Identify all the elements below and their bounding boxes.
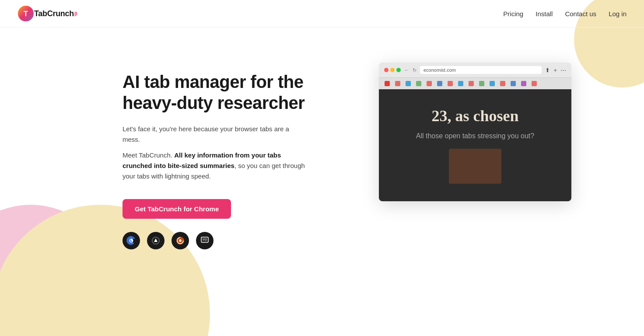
url-bar[interactable]: economist.com	[420, 66, 542, 74]
logo[interactable]: T TabCrunchβ	[18, 5, 77, 22]
menu-icon: ⋯	[560, 67, 566, 74]
maximize-dot	[396, 68, 401, 72]
logo-text: TabCrunch	[34, 9, 74, 18]
share-icon: ⬆	[545, 67, 550, 74]
navbar: T TabCrunchβ Pricing Install Contact us …	[0, 0, 644, 28]
svg-rect-10	[203, 240, 204, 241]
tab-10[interactable]	[477, 80, 486, 88]
nav-link-login[interactable]: Log in	[609, 10, 626, 18]
browser-icons	[122, 232, 306, 249]
tab-2[interactable]	[393, 80, 402, 88]
tab-13[interactable]	[508, 80, 518, 88]
nav-refresh-icon: ↻	[413, 67, 416, 73]
nav-link-pricing[interactable]: Pricing	[503, 10, 523, 18]
tab-15[interactable]	[529, 80, 539, 88]
nav-back-icon: ←	[404, 67, 409, 73]
add-tab-icon: +	[553, 67, 557, 74]
arc-icon-button[interactable]	[147, 232, 164, 249]
firefox-icon-button[interactable]	[172, 232, 189, 249]
other-browser-icon-button[interactable]	[196, 232, 214, 249]
tab-8[interactable]	[456, 80, 466, 88]
tab-1[interactable]	[382, 80, 392, 88]
logo-icon: T	[18, 5, 34, 22]
main-content: AI tab manager for the heavy-duty resear…	[0, 28, 644, 334]
hero-desc-prefix: Meet TabCrunch.	[122, 151, 174, 159]
minimize-dot	[390, 68, 395, 72]
tab-14[interactable]	[519, 80, 528, 88]
svg-text:T: T	[24, 10, 28, 18]
article-text: 23, as chosen	[431, 107, 518, 125]
hero-title: AI tab manager for the heavy-duty resear…	[122, 71, 306, 113]
hero-description: Meet TabCrunch. All key information from…	[122, 150, 306, 182]
tab-6[interactable]	[435, 80, 444, 88]
tab-12[interactable]	[498, 80, 508, 88]
browser-body: 23, as chosen All those open tabs stress…	[379, 89, 571, 201]
tab-5[interactable]	[424, 80, 434, 88]
svg-point-5	[179, 239, 182, 242]
tab-9[interactable]	[466, 80, 476, 88]
logo-beta: β	[74, 11, 77, 16]
browser-chrome-bar: ← ↻ economist.com ⬆ + ⋯	[379, 63, 571, 78]
right-content: ← ↻ economist.com ⬆ + ⋯	[324, 54, 626, 201]
svg-rect-7	[203, 238, 204, 240]
close-dot	[384, 68, 388, 72]
tab-11[interactable]	[487, 80, 497, 88]
tab-7[interactable]	[445, 80, 455, 88]
browser-subtext: All those open tabs stressing you out?	[416, 132, 534, 140]
svg-rect-11	[204, 240, 207, 241]
hero-subtitle: Let's face it, you're here because your …	[122, 124, 306, 145]
browser-dots	[384, 68, 401, 72]
browser-mockup: ← ↻ economist.com ⬆ + ⋯	[379, 63, 571, 201]
article-image	[449, 149, 501, 184]
tab-4[interactable]	[414, 80, 424, 88]
tab-bar	[379, 78, 571, 89]
svg-rect-9	[206, 238, 207, 240]
svg-rect-8	[204, 238, 206, 240]
tab-3[interactable]	[403, 80, 413, 88]
cta-button[interactable]: Get TabCrunch for Chrome	[122, 199, 231, 219]
left-content: AI tab manager for the heavy-duty resear…	[122, 54, 306, 249]
nav-link-contact[interactable]: Contact us	[565, 10, 596, 18]
nav-links: Pricing Install Contact us Log in	[503, 10, 626, 18]
nav-link-install[interactable]: Install	[536, 10, 553, 18]
chrome-icon-button[interactable]	[122, 232, 140, 249]
